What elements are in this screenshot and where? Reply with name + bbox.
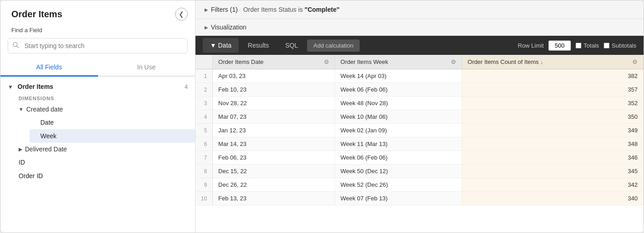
cell-count: 340 [462, 192, 644, 205]
cell-week: Week 10 (Mar 06) [335, 110, 462, 124]
col-header-count: Order Items Count of Items ↓ ⚙ [462, 55, 644, 69]
cell-count: 352 [462, 97, 644, 110]
group-label: Order Items [18, 83, 54, 90]
totals-checkbox-label[interactable]: Totals [576, 42, 599, 49]
cell-rownum: 2 [195, 83, 213, 97]
cell-count: 345 [462, 165, 644, 178]
cell-week: Week 07 (Feb 13) [335, 192, 462, 205]
collapse-button[interactable]: ❮ [175, 8, 188, 20]
cell-date: Nov 28, 22 [213, 97, 335, 110]
group-count: 4 [185, 83, 188, 90]
viz-label: Visualization [211, 24, 246, 31]
created-date-header[interactable]: ▼ Created date [19, 103, 195, 116]
filters-row: ▶ Filters (1) Order Items Status is "Com… [195, 0, 644, 19]
cell-date: Mar 07, 23 [213, 110, 335, 124]
data-table: Order Items Date ⚙ Order Items Week ⚙ Or… [195, 55, 644, 205]
cell-week: Week 14 (Apr 03) [335, 69, 462, 83]
cell-date: Feb 06, 23 [213, 151, 335, 165]
filters-arrow-icon: ▶ [205, 7, 208, 12]
created-date-label: Created date [26, 106, 63, 113]
created-date-group: ▼ Created date Date Week [0, 103, 195, 143]
row-limit-label: Row Limit [518, 42, 544, 49]
cell-date: Dec 26, 22 [213, 178, 335, 192]
field-item-date[interactable]: Date [29, 116, 195, 129]
col-header-date: Order Items Date ⚙ [213, 55, 335, 69]
field-list: ▼ Order Items 4 DIMENSIONS ▼ Created dat… [0, 77, 195, 233]
data-toolbar: ▼ Data Results SQL Add calculation Row L… [195, 36, 644, 55]
gear-icon-week[interactable]: ⚙ [451, 58, 456, 65]
cell-count: 357 [462, 83, 644, 97]
search-input[interactable] [8, 38, 188, 53]
field-item-id[interactable]: ID [0, 155, 195, 169]
data-table-wrap: Order Items Date ⚙ Order Items Week ⚙ Or… [195, 55, 644, 233]
sidebar: Order Items ❮ Find a Field All Fields In… [0, 0, 195, 233]
sort-arrow-icon: ↓ [540, 59, 543, 65]
add-calculation-button[interactable]: Add calculation [307, 39, 360, 52]
table-row: 7 Feb 06, 23 Week 06 (Feb 06) 346 [195, 151, 644, 165]
cell-count: 342 [462, 178, 644, 192]
cell-rownum: 1 [195, 69, 213, 83]
cell-rownum: 5 [195, 124, 213, 137]
main-content: ▶ Filters (1) Order Items Status is "Com… [195, 0, 644, 233]
sidebar-header: Order Items ❮ [0, 0, 195, 24]
tab-data[interactable]: ▼ Data [203, 38, 239, 53]
group-arrow-icon: ▼ [8, 84, 13, 90]
collapse-icon: ❮ [179, 10, 184, 18]
row-limit-input[interactable] [548, 40, 571, 51]
cell-date: Apr 03, 23 [213, 69, 335, 83]
table-row: 2 Feb 10, 23 Week 06 (Feb 06) 357 [195, 83, 644, 97]
gear-icon-date[interactable]: ⚙ [324, 58, 329, 65]
cell-count: 348 [462, 137, 644, 151]
cell-week: Week 06 (Feb 06) [335, 83, 462, 97]
tab-all-fields[interactable]: All Fields [0, 59, 98, 77]
cell-rownum: 8 [195, 165, 213, 178]
tab-in-use[interactable]: In Use [98, 59, 195, 77]
cell-count: 382 [462, 69, 644, 83]
table-row: 5 Jan 12, 23 Week 02 (Jan 09) 349 [195, 124, 644, 137]
cell-rownum: 9 [195, 178, 213, 192]
cell-date: Feb 10, 23 [213, 83, 335, 97]
tabs-row: All Fields In Use [0, 59, 195, 77]
table-row: 9 Dec 26, 22 Week 52 (Dec 26) 342 [195, 178, 644, 192]
dimensions-label: DIMENSIONS [0, 93, 195, 103]
filter-description: Order Items Status is "Complete" [243, 6, 339, 13]
delivered-date-group: ▶ Delivered Date [0, 143, 195, 155]
subtotals-label: Subtotals [612, 42, 636, 49]
field-item-week[interactable]: Week [29, 129, 195, 143]
cell-rownum: 7 [195, 151, 213, 165]
cell-date: Dec 15, 22 [213, 165, 335, 178]
gear-icon-count[interactable]: ⚙ [632, 58, 638, 65]
cell-week: Week 06 (Feb 06) [335, 151, 462, 165]
totals-checkbox[interactable] [576, 43, 581, 49]
cell-count: 349 [462, 124, 644, 137]
search-box [8, 38, 188, 53]
created-date-arrow-icon: ▼ [19, 107, 24, 112]
tab-sql[interactable]: SQL [278, 38, 305, 53]
col-header-rownum [195, 55, 213, 69]
svg-line-1 [17, 46, 19, 48]
field-item-order-id[interactable]: Order ID [0, 169, 195, 183]
filters-toggle[interactable]: ▶ Filters (1) [205, 6, 238, 13]
search-icon [12, 42, 20, 50]
delivered-date-label: Delivered Date [25, 146, 67, 153]
cell-date: Mar 14, 23 [213, 137, 335, 151]
col-header-week: Order Items Week ⚙ [335, 55, 462, 69]
field-group-order-items[interactable]: ▼ Order Items 4 [0, 80, 195, 93]
subtotals-checkbox[interactable] [604, 43, 610, 49]
visualization-row[interactable]: ▶ Visualization [195, 19, 644, 36]
totals-label: Totals [584, 42, 599, 49]
filters-label: Filters (1) [211, 6, 238, 13]
created-date-children: Date Week [19, 116, 195, 143]
table-row: 8 Dec 15, 22 Week 50 (Dec 12) 345 [195, 165, 644, 178]
table-row: 4 Mar 07, 23 Week 10 (Mar 06) 350 [195, 110, 644, 124]
delivered-date-arrow-icon: ▶ [19, 146, 22, 152]
table-header-row: Order Items Date ⚙ Order Items Week ⚙ Or… [195, 55, 644, 69]
sidebar-title: Order Items [11, 9, 62, 19]
cell-date: Jan 12, 23 [213, 124, 335, 137]
toolbar-right: Row Limit Totals Subtotals [518, 40, 636, 51]
subtotals-checkbox-label[interactable]: Subtotals [604, 42, 636, 49]
cell-week: Week 52 (Dec 26) [335, 178, 462, 192]
delivered-date-header[interactable]: ▶ Delivered Date [19, 143, 195, 155]
cell-rownum: 10 [195, 192, 213, 205]
tab-results[interactable]: Results [240, 38, 276, 53]
